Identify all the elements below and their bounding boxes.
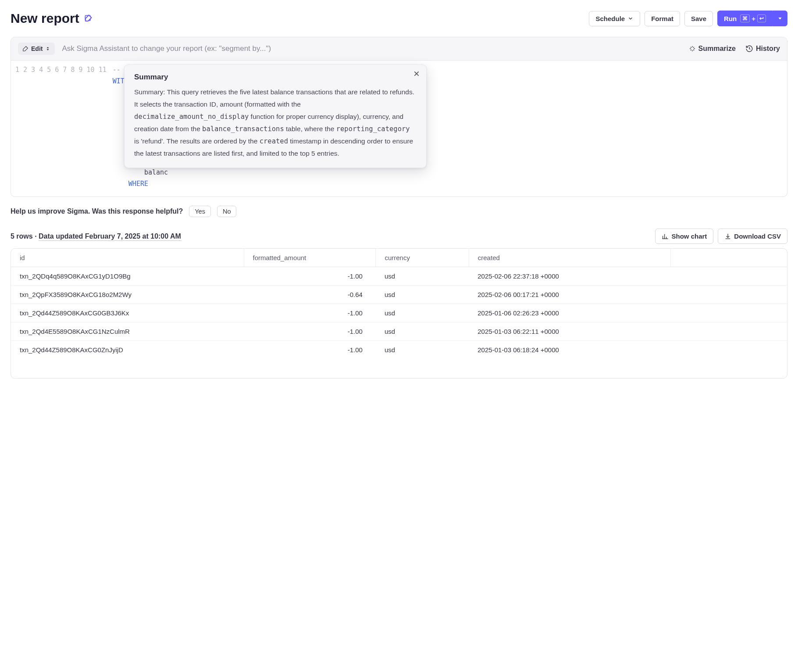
summarize-button[interactable]: Summarize (689, 45, 736, 53)
sparkle-icon (689, 45, 696, 52)
sort-icon (45, 46, 50, 51)
editor-toolbar: Edit Summarize Hist (11, 37, 787, 61)
page-title: New report (11, 11, 79, 26)
cell-id: txn_2Qd44Z589O8KAxCG0GB3J6Kx (11, 304, 244, 322)
feedback-row: Help us improve Sigma. Was this response… (11, 206, 787, 217)
plus-text: + (752, 15, 755, 22)
close-icon[interactable] (413, 70, 420, 77)
summary-code-2: balance_transactions (202, 125, 284, 133)
summary-popover: Summary Summary: This query retrieves th… (124, 64, 427, 168)
cell-created: 2025-02-06 00:17:21 +0000 (469, 286, 670, 304)
page-header: New report Schedule Format Save Run (11, 11, 787, 26)
table-row[interactable]: txn_2QpFX3589O8KAxCG18o2M2Wy-0.64usd2025… (11, 286, 787, 304)
results-table-wrap: id formatted_amount currency created txn… (11, 248, 787, 379)
cell-id: txn_2Qd4E5589O8KAxCG1NzCulmR (11, 322, 244, 341)
cell-currency: usd (376, 304, 469, 322)
download-csv-button[interactable]: Download CSV (718, 229, 787, 244)
cell-currency: usd (376, 267, 469, 286)
th-amount[interactable]: formatted_amount (244, 249, 376, 267)
summary-code-1: decimalize_amount_no_display (134, 113, 249, 121)
cell-created: 2025-01-03 06:18:24 +0000 (469, 341, 670, 359)
row-count: 5 rows (11, 232, 33, 240)
run-button[interactable]: Run ⌘ + ↩ (717, 11, 773, 26)
toolbar-right: Summarize History (689, 45, 780, 53)
history-icon (745, 45, 753, 53)
run-shortcut: ⌘ + ↩ (740, 14, 766, 22)
th-id[interactable]: id (11, 249, 244, 267)
th-currency[interactable]: currency (376, 249, 469, 267)
data-updated[interactable]: Data updated February 7, 2025 at 10:00 A… (39, 232, 181, 241)
table-row[interactable]: txn_2Qd44Z589O8KAxCG0GB3J6Kx-1.00usd2025… (11, 304, 787, 322)
feedback-yes-button[interactable]: Yes (189, 206, 211, 217)
show-chart-label: Show chart (671, 232, 707, 240)
cell-created: 2025-01-03 06:22:11 +0000 (469, 322, 670, 341)
line-gutter: 1 2 3 4 5 6 7 8 9 10 11 (11, 64, 113, 192)
svg-marker-1 (779, 18, 782, 20)
cell-currency: usd (376, 341, 469, 359)
svg-marker-3 (47, 49, 49, 50)
summary-text-4: is 'refund'. The results are ordered by … (134, 137, 260, 145)
cell-id: txn_2QDq4q589O8KAxCG1yD1O9Bg (11, 267, 244, 286)
edit-mode-pill[interactable]: Edit (18, 43, 55, 55)
cell-extra (670, 322, 787, 341)
pencil-icon (22, 46, 28, 52)
table-header-row: id formatted_amount currency created (11, 249, 787, 267)
summary-body: Summary: This query retrieves the five l… (134, 86, 417, 160)
history-label: History (756, 45, 780, 53)
download-csv-label: Download CSV (734, 232, 781, 240)
format-label: Format (651, 15, 673, 22)
table-row[interactable]: txn_2Qd4E5589O8KAxCG1NzCulmR-1.00usd2025… (11, 322, 787, 341)
title-wrap: New report (11, 11, 93, 26)
cell-amount: -1.00 (244, 322, 376, 341)
th-created[interactable]: created (469, 249, 670, 267)
cell-amount: -1.00 (244, 341, 376, 359)
results-table: id formatted_amount currency created txn… (11, 249, 787, 359)
summary-code-3: reporting_category (336, 125, 410, 133)
th-extra[interactable] (670, 249, 787, 267)
feedback-prompt: Help us improve Sigma. Was this response… (11, 207, 183, 215)
cell-id: txn_2QpFX3589O8KAxCG18o2M2Wy (11, 286, 244, 304)
cell-extra (670, 341, 787, 359)
cell-amount: -1.00 (244, 304, 376, 322)
chart-icon (662, 233, 669, 240)
schedule-label: Schedule (595, 15, 625, 22)
svg-marker-2 (47, 47, 49, 48)
table-row[interactable]: txn_2QDq4q589O8KAxCG1yD1O9Bg-1.00usd2025… (11, 267, 787, 286)
cell-extra (670, 304, 787, 322)
code-line-11: WHERE (128, 180, 148, 188)
run-label: Run (724, 15, 737, 22)
summary-title: Summary (134, 73, 417, 82)
cell-currency: usd (376, 286, 469, 304)
edit-label: Edit (31, 45, 43, 52)
run-button-group: Run ⌘ + ↩ (717, 11, 787, 26)
cmd-key-icon: ⌘ (740, 14, 750, 22)
results-header: 5 rows · Data updated February 7, 2025 a… (11, 229, 787, 244)
cell-extra (670, 286, 787, 304)
assistant-input[interactable] (62, 44, 681, 53)
meta-sep: · (33, 232, 39, 240)
table-footer (11, 359, 787, 378)
save-button[interactable]: Save (684, 11, 713, 26)
summary-text-3: table, where the (284, 125, 336, 132)
schedule-button[interactable]: Schedule (589, 11, 640, 26)
format-button[interactable]: Format (645, 11, 680, 26)
cell-id: txn_2Qd44Z589O8KAxCG0ZnJyijD (11, 341, 244, 359)
run-more-button[interactable] (773, 11, 787, 26)
cell-amount: -1.00 (244, 267, 376, 286)
table-body: txn_2QDq4q589O8KAxCG1yD1O9Bg-1.00usd2025… (11, 267, 787, 359)
history-button[interactable]: History (745, 45, 780, 53)
results-actions: Show chart Download CSV (655, 229, 787, 244)
feedback-no-button[interactable]: No (217, 206, 237, 217)
editor-card: Edit Summarize Hist (11, 37, 787, 197)
edit-title-icon[interactable] (84, 14, 93, 23)
code-line-10: balanc (144, 168, 168, 176)
cell-extra (670, 267, 787, 286)
results-meta: 5 rows · Data updated February 7, 2025 a… (11, 232, 181, 240)
cell-created: 2025-01-06 02:26:23 +0000 (469, 304, 670, 322)
show-chart-button[interactable]: Show chart (655, 229, 713, 244)
summarize-label: Summarize (698, 45, 736, 53)
table-row[interactable]: txn_2Qd44Z589O8KAxCG0ZnJyijD-1.00usd2025… (11, 341, 787, 359)
caret-down-icon (777, 16, 783, 21)
cell-created: 2025-02-06 22:37:18 +0000 (469, 267, 670, 286)
cell-amount: -0.64 (244, 286, 376, 304)
